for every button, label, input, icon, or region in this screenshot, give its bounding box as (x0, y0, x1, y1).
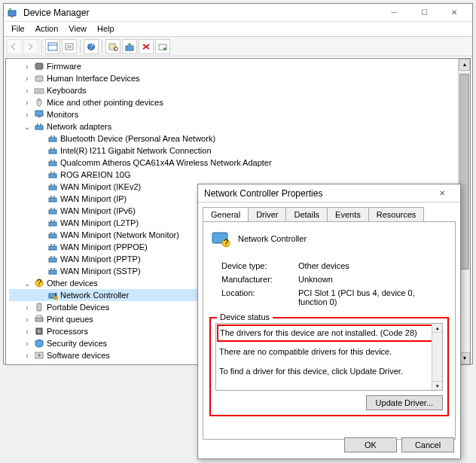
tree-node[interactable]: ›Firmware (9, 60, 468, 72)
tab-driver[interactable]: Driver (248, 207, 286, 221)
status-line1: The drivers for this device are not inst… (217, 324, 441, 342)
net-icon (47, 133, 59, 144)
scan-button[interactable] (105, 39, 121, 54)
svg-rect-17 (36, 63, 42, 69)
expand-icon[interactable]: › (23, 111, 32, 119)
cancel-button[interactable]: Cancel (401, 437, 454, 452)
back-button[interactable] (7, 39, 22, 54)
svg-rect-57 (50, 220, 52, 222)
tree-node[interactable]: ›Mice and other pointing devices (9, 96, 468, 108)
tree-node[interactable]: ·Bluetooth Device (Personal Area Network… (9, 133, 468, 145)
expand-icon[interactable]: › (23, 62, 32, 71)
menu-action[interactable]: Action (31, 23, 63, 35)
net-icon (47, 193, 59, 204)
expand-icon[interactable]: › (23, 315, 32, 324)
expand-icon[interactable]: › (23, 87, 32, 95)
dialog-close-button[interactable]: ✕ (427, 184, 457, 203)
info-row: Location:PCI Slot 1 (PCI bus 4, device 0… (218, 287, 447, 308)
sec-icon (33, 338, 45, 349)
svg-rect-0 (8, 11, 16, 16)
svg-rect-30 (35, 111, 43, 116)
svg-rect-5 (66, 44, 73, 50)
tree-node-label: WAN Miniport (L2TP) (60, 218, 139, 227)
titlebar: Device Manager ─ ☐ ✕ (4, 4, 472, 22)
tab-general[interactable]: General (203, 207, 249, 221)
status-scrollbar[interactable]: ▴ ▾ (432, 324, 442, 390)
svg-rect-32 (35, 126, 43, 129)
tree-node[interactable]: ·Intel(R) I211 Gigabit Network Connectio… (9, 145, 468, 157)
tree-node[interactable]: ›Human Interface Devices (9, 72, 468, 84)
properties-button[interactable] (62, 39, 77, 54)
svg-rect-68 (49, 270, 56, 274)
info-label: Location: (218, 287, 294, 308)
tree-node[interactable]: ›Keyboards (9, 84, 468, 96)
ok-button[interactable]: OK (344, 437, 397, 452)
expand-icon[interactable]: › (23, 364, 32, 366)
close-button[interactable]: ✕ (439, 4, 469, 22)
net-icon (47, 181, 59, 192)
cpu-icon (33, 326, 45, 337)
tab-events[interactable]: Events (327, 207, 369, 221)
tree-node-label: Bluetooth Device (Personal Area Network) (60, 134, 215, 143)
svg-rect-70 (53, 268, 55, 270)
expand-icon[interactable]: › (23, 352, 32, 360)
toolbar: ? (4, 37, 472, 56)
menu-help[interactable]: Help (93, 23, 119, 35)
tree-node-label: Network adapters (47, 122, 111, 131)
expand-icon[interactable]: › (23, 303, 32, 312)
tree-node-label: Sound, video and game controllers (47, 363, 175, 365)
svg-text:?: ? (89, 42, 93, 50)
svg-rect-44 (49, 174, 56, 178)
info-value: PCI Slot 1 (PCI bus 4, device 0, functio… (295, 287, 447, 308)
expand-icon[interactable]: › (23, 99, 32, 107)
tree-node-label: Security devices (47, 339, 107, 348)
expand-placeholder: · (36, 147, 45, 155)
tree-node-label: Network Controller (60, 291, 129, 300)
tree-node-label: Keyboards (47, 86, 87, 95)
svg-rect-24 (35, 76, 43, 81)
dialog-title: Network Controller Properties (201, 188, 427, 199)
minimize-button[interactable]: ─ (379, 4, 409, 22)
svg-rect-65 (49, 258, 56, 262)
svg-rect-59 (49, 234, 56, 238)
tree-node[interactable]: ·Qualcomm Atheros QCA61x4A Wireless Netw… (9, 157, 468, 169)
svg-rect-77 (35, 318, 43, 321)
scroll-up-button[interactable]: ▴ (459, 59, 470, 71)
uninstall-button[interactable] (139, 39, 154, 54)
tab-resources[interactable]: Resources (368, 207, 425, 221)
svg-rect-49 (53, 184, 55, 186)
svg-rect-47 (49, 186, 56, 190)
svg-rect-34 (40, 123, 41, 126)
status-textbox[interactable]: The drivers for this device are not inst… (215, 323, 443, 391)
expand-placeholder: · (36, 291, 45, 300)
svg-rect-63 (50, 244, 52, 246)
expand-icon[interactable]: › (23, 75, 32, 83)
tree-node[interactable]: ·ROG AREION 10G (9, 169, 468, 181)
update-driver-button[interactable] (122, 39, 137, 54)
svg-rect-69 (50, 268, 52, 270)
tree-node-label: Mice and other pointing devices (47, 98, 163, 107)
help-button[interactable]: ? (84, 39, 99, 54)
expand-placeholder: · (36, 231, 45, 239)
svg-rect-61 (53, 232, 55, 234)
collapse-icon[interactable]: ⌄ (23, 279, 32, 288)
scroll-down-icon[interactable]: ▾ (432, 381, 442, 390)
tree-node-label: Firmware (47, 62, 81, 71)
menu-file[interactable]: File (7, 23, 29, 35)
tree-node[interactable]: ›Monitors (9, 108, 468, 120)
scroll-up-icon[interactable]: ▴ (432, 324, 442, 333)
tree-node[interactable]: ⌄Network adapters (9, 120, 468, 133)
tab-details[interactable]: Details (285, 207, 328, 221)
maximize-button[interactable]: ☐ (409, 4, 439, 22)
dialog-titlebar: Network Controller Properties ✕ (198, 184, 460, 203)
enable-button[interactable] (155, 39, 170, 54)
forward-button[interactable] (23, 39, 38, 54)
expand-icon[interactable]: › (23, 327, 32, 336)
show-hidden-button[interactable] (45, 39, 60, 54)
menu-view[interactable]: View (64, 23, 91, 35)
warn-icon: ! (47, 290, 59, 300)
svg-rect-67 (53, 256, 55, 258)
update-driver-button[interactable]: Update Driver... (366, 395, 443, 410)
collapse-icon[interactable]: ⌄ (23, 123, 32, 131)
expand-icon[interactable]: › (23, 340, 32, 348)
